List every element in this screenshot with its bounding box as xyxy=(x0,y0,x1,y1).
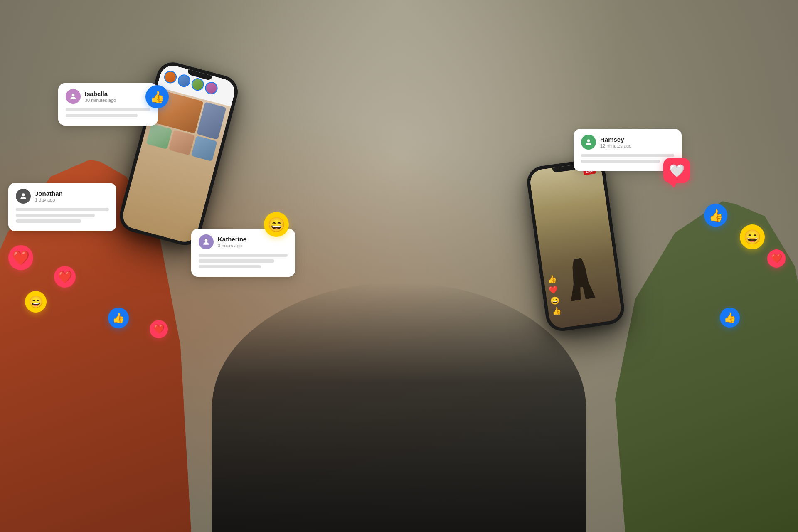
svg-point-1 xyxy=(72,94,75,96)
smiley-reaction-3: 😄 xyxy=(740,224,765,249)
ramsey-line-2 xyxy=(581,160,660,163)
story-1 xyxy=(163,69,178,85)
smiley-reaction-1: 😄 xyxy=(25,291,47,313)
like-reaction-3: 👍 xyxy=(704,204,727,227)
katherine-time: 3 hours ago xyxy=(218,243,246,248)
live-react-3: 😄 xyxy=(550,296,560,306)
katherine-line-1 xyxy=(199,254,288,257)
jonathan-info: Jonathan 1 day ago xyxy=(35,190,63,202)
ramsey-name: Ramsey xyxy=(600,136,631,143)
card-jonathan-header: Jonathan 1 day ago xyxy=(16,189,109,204)
like-reaction-1: 👍 xyxy=(145,85,169,108)
heart-icon-2: ❤️ xyxy=(153,324,165,335)
story-3 xyxy=(190,77,205,92)
feed-image-3 xyxy=(146,124,172,150)
katherine-avatar xyxy=(199,234,214,249)
svg-point-0 xyxy=(22,193,25,196)
katherine-info: Katherine 3 hours ago xyxy=(218,236,246,248)
jonathan-time: 1 day ago xyxy=(35,197,63,202)
svg-point-2 xyxy=(205,239,208,242)
jonathan-avatar xyxy=(16,189,31,204)
speech-heart-reaction: 🤍 xyxy=(663,158,690,183)
feed-image-5 xyxy=(191,136,217,162)
isabella-avatar xyxy=(66,89,81,104)
isabella-line-2 xyxy=(66,114,138,117)
isabella-info: Isabella 30 minutes ago xyxy=(85,90,116,103)
like-icon-2: 👍 xyxy=(112,312,125,324)
heart-reaction-1: ❤️ xyxy=(54,266,76,288)
like-icon-4: 👍 xyxy=(724,312,736,323)
jonathan-line-1 xyxy=(16,208,109,211)
jonathan-name: Jonathan xyxy=(35,190,63,197)
smiley-icon-2: 😄 xyxy=(268,216,285,233)
like-icon-3: 👍 xyxy=(709,209,723,222)
story-4 xyxy=(204,81,219,96)
heart-reaction-large-left: ❤️ xyxy=(8,245,33,270)
smiley-icon-3: 😄 xyxy=(744,229,761,245)
heart-reaction-2: ❤️ xyxy=(150,320,168,338)
heart-reaction-3: ❤️ xyxy=(767,249,786,268)
katherine-line-3 xyxy=(199,265,261,268)
card-jonathan: Jonathan 1 day ago xyxy=(8,183,116,231)
smiley-icon-1: 😄 xyxy=(29,295,43,309)
jonathan-line-2 xyxy=(16,214,95,217)
live-react-1: 👍 xyxy=(547,274,557,284)
katherine-name: Katherine xyxy=(218,236,246,243)
background-body xyxy=(212,283,586,532)
like-reaction-2: 👍 xyxy=(108,308,129,328)
card-isabella-header: Isabella 30 minutes ago xyxy=(66,89,150,104)
heart-icon-large: ❤️ xyxy=(12,249,30,266)
isabella-time: 30 minutes ago xyxy=(85,98,116,103)
card-ramsey-header: Ramsey 12 minutes ago xyxy=(581,135,674,150)
ramsey-time: 12 minutes ago xyxy=(600,143,631,148)
like-icon-1: 👍 xyxy=(150,90,165,104)
live-react-4: 👍 xyxy=(551,306,562,317)
heart-icon-1: ❤️ xyxy=(58,270,72,284)
isabella-name: Isabella xyxy=(85,90,116,98)
isabella-line-1 xyxy=(66,108,150,111)
ramsey-avatar xyxy=(581,135,596,150)
feed-image-4 xyxy=(169,130,195,155)
svg-point-3 xyxy=(587,139,590,142)
live-react-2: ❤️ xyxy=(548,285,559,295)
smiley-reaction-2: 😄 xyxy=(264,212,289,237)
heart-icon-3: ❤️ xyxy=(771,253,782,264)
card-isabella: Isabella 30 minutes ago xyxy=(58,83,158,126)
jonathan-line-3 xyxy=(16,219,81,223)
ramsey-info: Ramsey 12 minutes ago xyxy=(600,136,631,148)
katherine-line-2 xyxy=(199,259,274,263)
speech-heart-icon: 🤍 xyxy=(669,163,685,178)
like-reaction-4: 👍 xyxy=(720,308,740,328)
ramsey-line-1 xyxy=(581,154,674,157)
story-2 xyxy=(177,73,192,89)
